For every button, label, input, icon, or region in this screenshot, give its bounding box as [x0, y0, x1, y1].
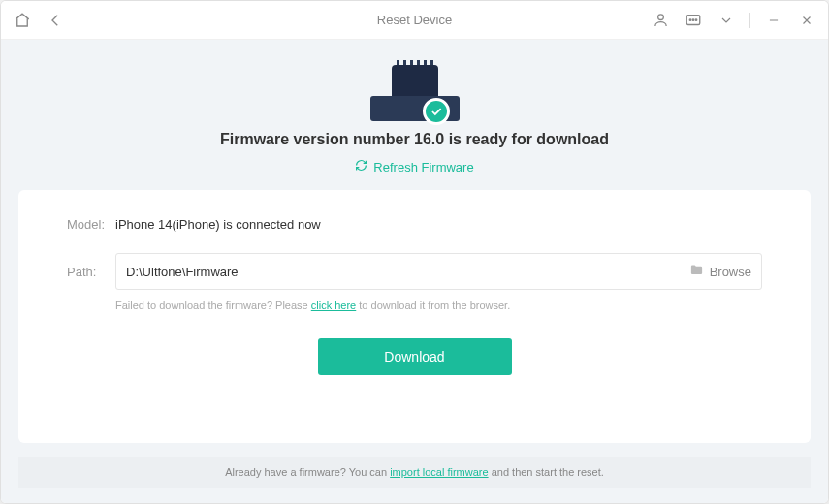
svg-point-2: [689, 18, 691, 20]
separator: [749, 13, 750, 28]
hero-title: Firmware version number 16.0 is ready fo…: [18, 131, 811, 148]
titlebar: Reset Device: [1, 1, 828, 40]
chevron-down-icon[interactable]: [717, 11, 736, 30]
path-label: Path:: [67, 265, 115, 279]
main-card: Model: iPhone 14(iPhone) is connected no…: [18, 190, 811, 443]
user-icon[interactable]: [651, 11, 670, 30]
chip-illustration: [370, 57, 460, 121]
folder-icon: [689, 263, 704, 280]
import-local-firmware-link[interactable]: import local firmware: [390, 466, 488, 478]
click-here-link[interactable]: click here: [311, 299, 356, 311]
feedback-icon[interactable]: [684, 11, 703, 30]
window-title: Reset Device: [377, 13, 452, 27]
path-row: Path: Browse: [67, 253, 762, 290]
minimize-icon[interactable]: [764, 11, 783, 30]
download-button[interactable]: Download: [318, 338, 512, 375]
browse-button[interactable]: Browse: [689, 263, 751, 280]
home-icon[interactable]: [13, 11, 32, 30]
close-icon[interactable]: [797, 11, 816, 30]
content-area: Firmware version number 16.0 is ready fo…: [1, 40, 828, 504]
model-row: Model: iPhone 14(iPhone) is connected no…: [67, 217, 762, 232]
hero: Firmware version number 16.0 is ready fo…: [18, 57, 811, 190]
app-window: Reset Device: [0, 0, 829, 504]
svg-point-4: [695, 18, 697, 20]
model-value: iPhone 14(iPhone) is connected now: [115, 217, 321, 232]
help-text: Failed to download the firmware? Please …: [115, 299, 762, 311]
browse-label: Browse: [710, 265, 751, 279]
svg-point-0: [657, 15, 663, 20]
check-badge-icon: [423, 98, 450, 125]
path-input[interactable]: [126, 265, 689, 279]
svg-point-3: [692, 18, 694, 20]
path-input-wrap: Browse: [115, 253, 762, 290]
model-label: Model:: [67, 217, 115, 232]
back-icon[interactable]: [46, 11, 65, 30]
footer-bar: Already have a firmware? You can import …: [18, 457, 811, 488]
refresh-firmware-link[interactable]: Refresh Firmware: [355, 159, 473, 174]
refresh-label: Refresh Firmware: [373, 160, 473, 174]
refresh-icon: [355, 159, 367, 174]
